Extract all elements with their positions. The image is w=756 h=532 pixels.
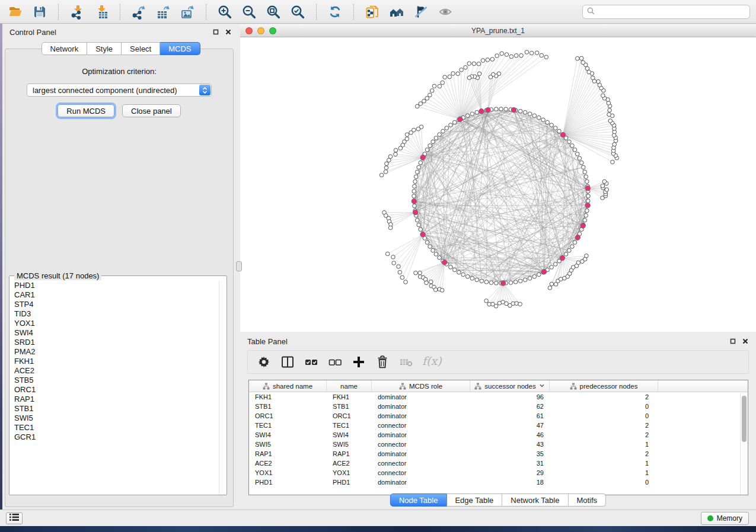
update-network-button[interactable] bbox=[326, 2, 344, 21]
table-cell: 1 bbox=[550, 441, 658, 448]
close-panel-button[interactable]: Close panel bbox=[122, 104, 181, 117]
network-graph[interactable] bbox=[240, 37, 756, 332]
column-header-name[interactable]: name bbox=[327, 380, 372, 392]
table-row[interactable]: RAP1RAP1dominator352 bbox=[249, 449, 748, 459]
table-cell: 35 bbox=[470, 450, 550, 457]
run-mcds-button[interactable]: Run MCDS bbox=[58, 104, 114, 117]
table-cell: 46 bbox=[470, 431, 550, 438]
column-header-shared-name[interactable]: shared name bbox=[249, 380, 327, 392]
zoom-selected-button[interactable] bbox=[288, 2, 307, 21]
open-file-button[interactable] bbox=[6, 2, 25, 21]
mcds-result-item[interactable]: STB5 bbox=[10, 376, 219, 385]
toolbar-separator bbox=[58, 4, 59, 20]
table-cell: SWI4 bbox=[327, 431, 372, 438]
status-list-button[interactable] bbox=[6, 512, 23, 524]
search-icon bbox=[587, 7, 595, 17]
column-tree-icon bbox=[399, 383, 406, 390]
tab-select[interactable]: Select bbox=[122, 42, 160, 55]
table-row[interactable]: PHD1PHD1dominator180 bbox=[249, 477, 748, 487]
table-cell: 1 bbox=[550, 460, 658, 467]
mcds-list-scrollbar[interactable] bbox=[219, 281, 226, 494]
network-canvas[interactable] bbox=[240, 37, 756, 332]
import-table-from-file-button[interactable] bbox=[92, 2, 111, 21]
table-cell: PHD1 bbox=[249, 479, 327, 486]
table-scrollbar[interactable] bbox=[740, 393, 748, 495]
first-neighbors-of-selected-button[interactable] bbox=[387, 2, 406, 21]
zoom-in-icon bbox=[217, 4, 232, 20]
table-cell: YOX1 bbox=[327, 469, 372, 476]
mcds-result-item[interactable]: PHD1 bbox=[10, 281, 219, 290]
table-cell: RAP1 bbox=[327, 450, 372, 457]
table-scrollbar-thumb[interactable] bbox=[742, 396, 747, 442]
mcds-result-item[interactable]: TEC1 bbox=[10, 423, 219, 432]
zoom-in-button[interactable] bbox=[215, 2, 234, 21]
tab-style[interactable]: Style bbox=[87, 42, 122, 55]
close-panel-icon[interactable] bbox=[225, 28, 232, 36]
mcds-result-item[interactable]: STP4 bbox=[10, 300, 219, 309]
memory-button[interactable]: Memory bbox=[701, 512, 749, 525]
table-row[interactable]: SWI4SWI4dominator462 bbox=[249, 430, 748, 440]
column-header-MCDS-role[interactable]: MCDS role bbox=[372, 380, 470, 392]
table-row[interactable]: SWI5SWI5connector431 bbox=[249, 440, 748, 449]
mcds-result-item[interactable]: SWI4 bbox=[10, 328, 219, 338]
create-new-column-button[interactable] bbox=[350, 354, 367, 370]
main-toolbar bbox=[0, 0, 756, 24]
fit-content-button[interactable] bbox=[264, 2, 283, 21]
table-row[interactable]: YOX1YOX1connector291 bbox=[249, 468, 748, 477]
table-row[interactable]: ACE2ACE2connector311 bbox=[249, 459, 748, 468]
deselect-all-button[interactable] bbox=[327, 354, 343, 370]
delete-table-button bbox=[398, 354, 414, 370]
new-network-from-selection-button[interactable] bbox=[363, 2, 382, 21]
tab-node-table[interactable]: Node Table bbox=[390, 493, 447, 507]
table-row[interactable]: STB1STB1dominator620 bbox=[249, 402, 748, 411]
mcds-tab-content: Optimization criterion: largest connecte… bbox=[5, 49, 234, 507]
table-cell: 0 bbox=[550, 412, 658, 419]
tab-mcds[interactable]: MCDS bbox=[160, 42, 200, 55]
tab-network-table[interactable]: Network Table bbox=[502, 493, 568, 507]
table-row[interactable]: ORC1ORC1dominator610 bbox=[249, 411, 748, 421]
mcds-result-item[interactable]: TID3 bbox=[10, 309, 219, 319]
refresh-icon bbox=[327, 4, 343, 20]
save-session-button[interactable] bbox=[30, 2, 49, 21]
table-row[interactable]: FKH1FKH1dominator962 bbox=[249, 392, 748, 402]
tab-network[interactable]: Network bbox=[41, 42, 87, 55]
zoom-out-button[interactable] bbox=[240, 2, 259, 21]
mcds-result-item[interactable]: ORC1 bbox=[10, 385, 219, 395]
close-panel-icon[interactable] bbox=[742, 338, 749, 345]
export-image-icon bbox=[180, 4, 195, 20]
column-header-successor-nodes[interactable]: successor nodes bbox=[470, 380, 550, 392]
mcds-result-item[interactable]: SRD1 bbox=[10, 338, 219, 347]
mcds-result-item[interactable]: CAR1 bbox=[10, 290, 219, 300]
mcds-result-item[interactable]: STB1 bbox=[10, 404, 219, 414]
column-label: name bbox=[340, 383, 358, 390]
toolbar-separator bbox=[316, 4, 317, 20]
column-header-predecessor-nodes[interactable]: predecessor nodes bbox=[550, 380, 658, 392]
select-all-button[interactable] bbox=[303, 354, 320, 370]
export-network-button[interactable] bbox=[129, 2, 148, 21]
table-options-button[interactable] bbox=[256, 354, 272, 370]
delete-columns-button[interactable] bbox=[374, 354, 391, 370]
mcds-result-item[interactable]: GCR1 bbox=[10, 432, 219, 442]
hide-selected-button[interactable] bbox=[412, 2, 430, 21]
mcds-result-title: MCDS result (17 nodes) bbox=[14, 271, 101, 280]
mcds-result-item[interactable]: FKH1 bbox=[10, 357, 219, 366]
tab-edge-table[interactable]: Edge Table bbox=[446, 493, 502, 507]
table-row[interactable]: TEC1TEC1connector472 bbox=[249, 421, 748, 430]
import-network-from-file-button[interactable] bbox=[68, 2, 87, 21]
mcds-result-item[interactable]: RAP1 bbox=[10, 395, 219, 404]
mcds-result-item[interactable]: SWI5 bbox=[10, 414, 219, 423]
split-pane-handle[interactable] bbox=[236, 261, 242, 271]
float-panel-icon[interactable] bbox=[729, 338, 736, 345]
search-box[interactable] bbox=[582, 5, 750, 19]
search-input[interactable] bbox=[598, 8, 745, 16]
mcds-result-list[interactable]: PHD1CAR1STP4TID3YOX1SWI4SRD1PMA2FKH1ACE2… bbox=[10, 281, 219, 494]
optimization-criterion-select[interactable]: largest connected component (undirected) bbox=[27, 84, 212, 97]
mcds-result-item[interactable]: YOX1 bbox=[10, 319, 219, 328]
float-panel-icon[interactable] bbox=[212, 28, 219, 36]
show-hide-columns-button[interactable] bbox=[279, 354, 296, 370]
mcds-result-item[interactable]: PMA2 bbox=[10, 347, 219, 357]
export-table-button[interactable] bbox=[154, 2, 173, 21]
export-image-button[interactable] bbox=[178, 2, 197, 21]
tab-motifs[interactable]: Motifs bbox=[568, 493, 606, 507]
mcds-result-item[interactable]: ACE2 bbox=[10, 366, 219, 376]
